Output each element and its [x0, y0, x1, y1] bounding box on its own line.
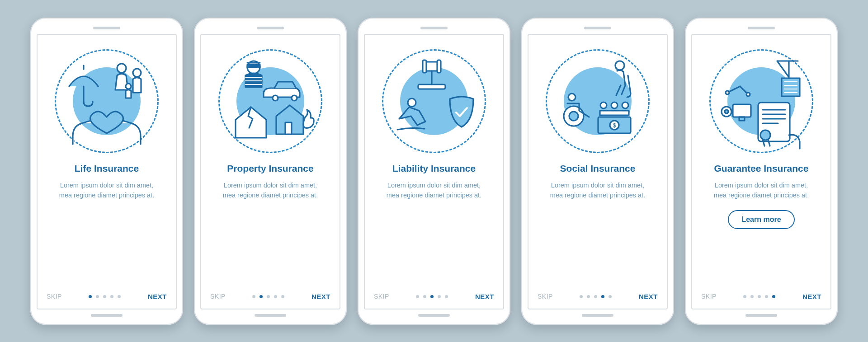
skip-button[interactable]: SKIP: [701, 293, 717, 300]
svg-rect-9: [423, 60, 426, 73]
page-dots: [416, 295, 448, 298]
page-dot[interactable]: [96, 295, 99, 298]
svg-rect-8: [425, 62, 438, 71]
page-dot[interactable]: [601, 295, 604, 298]
page-dot[interactable]: [110, 295, 113, 298]
svg-rect-23: [782, 78, 800, 96]
liability-insurance-icon: [382, 49, 486, 153]
onboarding-screen-social: $ Social Insurance Lorem ipsum dolor sit…: [528, 34, 668, 309]
speaker-slot: [420, 27, 448, 29]
illustration-guarantee: [709, 49, 813, 153]
page-dot[interactable]: [430, 295, 434, 298]
illustration-life: [55, 49, 159, 153]
nav-bar: SKIP NEXT: [374, 293, 494, 300]
page-dot[interactable]: [89, 295, 92, 298]
screen-description: Lorem ipsum dolor sit dim amet, mea regi…: [701, 181, 821, 201]
home-indicator: [418, 314, 450, 317]
svg-rect-7: [285, 122, 292, 134]
screen-title: Guarantee Insurance: [710, 162, 813, 174]
page-dot[interactable]: [438, 295, 441, 298]
svg-point-1: [133, 69, 141, 77]
page-dot[interactable]: [281, 295, 284, 298]
skip-button[interactable]: SKIP: [538, 293, 553, 300]
page-dot[interactable]: [580, 295, 583, 298]
page-dot[interactable]: [765, 295, 768, 298]
speaker-slot: [748, 27, 775, 29]
phone-frame: Guarantee Insurance Lorem ipsum dolor si…: [685, 18, 838, 325]
speaker-slot: [93, 27, 120, 29]
svg-point-15: [569, 112, 578, 121]
phone-frame: Life Insurance Lorem ipsum dolor sit dim…: [30, 18, 183, 325]
next-button[interactable]: NEXT: [311, 293, 330, 300]
illustration-liability: [382, 49, 486, 153]
skip-button[interactable]: SKIP: [47, 293, 62, 300]
page-dot[interactable]: [587, 295, 590, 298]
onboarding-screen-property: Property Insurance Lorem ipsum dolor sit…: [200, 34, 340, 309]
social-insurance-icon: $: [546, 49, 650, 153]
skip-button[interactable]: SKIP: [374, 293, 389, 300]
next-button[interactable]: NEXT: [639, 293, 658, 300]
page-dot[interactable]: [118, 295, 121, 298]
svg-point-0: [117, 64, 126, 73]
svg-point-6: [292, 95, 297, 101]
nav-bar: SKIP NEXT: [47, 293, 167, 300]
page-dots: [89, 295, 121, 298]
screen-title: Social Insurance: [556, 162, 640, 174]
svg-rect-28: [733, 104, 751, 117]
page-dot[interactable]: [267, 295, 270, 298]
svg-point-13: [615, 61, 624, 70]
svg-point-27: [725, 110, 728, 113]
speaker-slot: [584, 27, 611, 29]
svg-point-5: [273, 95, 278, 101]
phone-row: Life Insurance Lorem ipsum dolor sit dim…: [30, 18, 838, 325]
page-dot[interactable]: [445, 295, 448, 298]
svg-point-24: [726, 91, 729, 94]
page-dot[interactable]: [416, 295, 419, 298]
svg-rect-10: [437, 60, 441, 73]
page-dot[interactable]: [274, 295, 277, 298]
property-insurance-icon: [218, 49, 322, 153]
svg-point-18: [611, 102, 618, 108]
life-insurance-icon: [55, 49, 159, 153]
screen-title: Property Insurance: [222, 162, 318, 174]
page-dots: [580, 295, 612, 298]
skip-button[interactable]: SKIP: [210, 293, 226, 300]
guarantee-insurance-icon: [709, 49, 813, 153]
screen-description: Lorem ipsum dolor sit dim amet, mea regi…: [210, 181, 330, 201]
svg-rect-4: [247, 65, 260, 67]
next-button[interactable]: NEXT: [802, 293, 821, 300]
screen-description: Lorem ipsum dolor sit dim amet, mea regi…: [374, 181, 494, 201]
page-dot[interactable]: [423, 295, 426, 298]
onboarding-screen-liability: Liability Insurance Lorem ipsum dolor si…: [364, 34, 504, 309]
svg-point-17: [600, 102, 607, 108]
learn-more-button[interactable]: Learn more: [728, 210, 794, 229]
page-dot[interactable]: [594, 295, 597, 298]
home-indicator: [255, 314, 286, 317]
illustration-social: $: [546, 49, 650, 153]
page-dots: [252, 295, 284, 298]
phone-frame: Property Insurance Lorem ipsum dolor sit…: [194, 18, 347, 325]
page-dot[interactable]: [609, 295, 612, 298]
svg-point-12: [408, 98, 416, 107]
page-dot[interactable]: [259, 295, 263, 298]
page-dot[interactable]: [743, 295, 746, 298]
home-indicator: [582, 314, 613, 317]
page-dots: [743, 295, 775, 298]
page-dot[interactable]: [758, 295, 761, 298]
screen-title: Liability Insurance: [388, 162, 480, 174]
onboarding-screen-life: Life Insurance Lorem ipsum dolor sit dim…: [37, 34, 177, 309]
home-indicator: [91, 314, 123, 317]
svg-point-25: [746, 93, 750, 96]
page-dot[interactable]: [103, 295, 106, 298]
phone-frame: $ Social Insurance Lorem ipsum dolor sit…: [521, 18, 674, 325]
next-button[interactable]: NEXT: [475, 293, 494, 300]
page-dot[interactable]: [750, 295, 754, 298]
page-dot[interactable]: [252, 295, 255, 298]
page-dot[interactable]: [772, 295, 775, 298]
home-indicator: [745, 314, 777, 317]
screen-title: Life Insurance: [70, 162, 143, 174]
next-button[interactable]: NEXT: [148, 293, 167, 300]
nav-bar: SKIP NEXT: [210, 293, 330, 300]
svg-point-2: [126, 84, 131, 89]
svg-point-16: [568, 94, 576, 101]
